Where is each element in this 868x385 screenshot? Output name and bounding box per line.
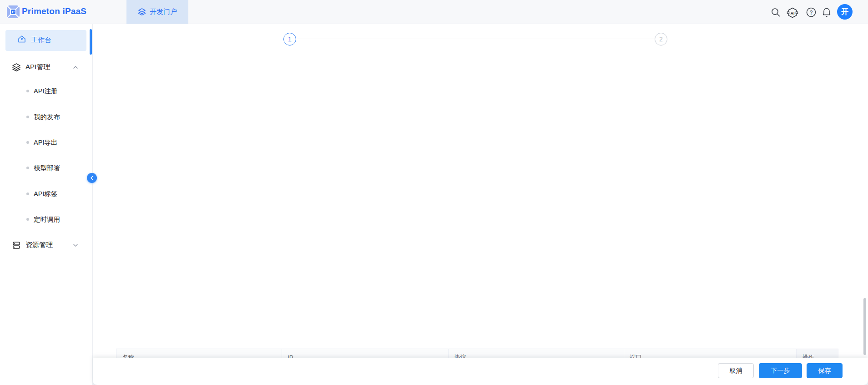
content-scrollbar-thumb[interactable] [863,298,866,355]
step-number: 2 [659,35,663,43]
sidebar-item-label: API标签 [34,190,57,198]
chevron-left-icon [90,176,94,180]
user-avatar[interactable]: 开 [837,4,853,20]
main-content [93,24,868,358]
brand-title: Primeton iPaaS [22,6,86,16]
sidebar-item-my-publish[interactable]: 我的发布 [0,109,92,125]
sidebar-item-label: 工作台 [31,36,51,45]
cancel-button[interactable]: 取消 [718,363,754,378]
step-number: 1 [288,35,292,43]
svg-text:?: ? [810,10,813,16]
help-icon[interactable]: ? [806,7,817,18]
sidebar-scrollbar-thumb[interactable] [90,29,92,55]
sidebar-group-api-management[interactable]: API管理 [0,58,92,76]
sidebar-item-api-tags[interactable]: API标签 [0,186,92,202]
sidebar-item-workbench[interactable]: 工作台 [5,30,86,51]
sidebar-item-model-deploy[interactable]: 模型部署 [0,160,92,176]
tab-dev-portal[interactable]: 开发门户 [126,0,188,24]
app-screen: P Primeton iPaaS 开发门户 AI ? [0,0,868,385]
sidebar: 工作台 API管理 API注册 我的发布 API导 [0,24,92,385]
stepper-connector [296,39,655,39]
ai-assistant-icon[interactable]: AI [787,7,797,18]
svg-text:AI: AI [791,11,795,15]
bullet-icon [26,116,29,118]
sidebar-item-api-register[interactable]: API注册 [0,83,92,99]
svg-text:P: P [12,10,15,14]
bullet-icon [26,218,29,221]
sidebar-item-label: 模型部署 [34,164,60,172]
bullet-icon [26,167,29,169]
sidebar-group-label: API管理 [25,63,50,71]
sidebar-group-label: 资源管理 [25,241,53,249]
search-icon[interactable] [770,7,781,18]
bullet-icon [26,90,29,92]
tab-dev-portal-label: 开发门户 [150,8,177,16]
sidebar-item-label: API导出 [34,138,57,147]
chevron-down-icon [73,243,78,248]
sidebar-item-label: 定时调用 [34,215,60,224]
notification-bell-icon[interactable] [821,7,832,18]
sidebar-item-scheduled-call[interactable]: 定时调用 [0,212,92,227]
sidebar-item-label: 我的发布 [34,113,60,122]
next-step-button[interactable]: 下一步 [759,363,802,378]
layers-icon [138,8,146,16]
bullet-icon [26,192,29,195]
step-2-circle: 2 [655,33,667,46]
footer-action-bar: 取消 下一步 保存 [93,358,868,385]
layers-icon [12,63,21,72]
database-icon [12,241,21,250]
chevron-up-icon [73,65,78,70]
sidebar-item-api-export[interactable]: API导出 [0,135,92,150]
step-1-circle: 1 [283,33,296,46]
home-icon [17,35,26,44]
sidebar-collapse-button[interactable] [87,173,97,183]
brand-logo-icon: P [6,5,20,19]
sidebar-group-resource-management[interactable]: 资源管理 [0,236,92,254]
save-button[interactable]: 保存 [807,363,843,378]
top-header: P Primeton iPaaS 开发门户 AI ? [0,0,868,24]
sidebar-item-label: API注册 [34,87,57,96]
bullet-icon [26,141,29,144]
